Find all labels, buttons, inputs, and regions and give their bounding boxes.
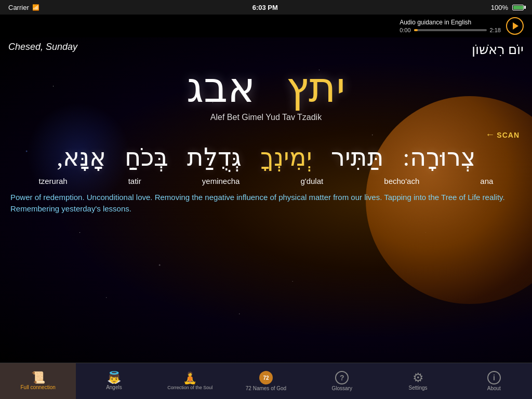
main-hebrew-name[interactable]: יתץ אבג bbox=[8, 65, 524, 111]
audio-title: Audio guidance in English bbox=[400, 19, 471, 26]
status-left: Carrier 📶 bbox=[8, 4, 39, 11]
tzerurah-word: צְרוּרָה: bbox=[403, 143, 475, 171]
nav-about-label: About bbox=[487, 385, 501, 391]
audio-progress: 0:00 2:18 bbox=[400, 27, 501, 33]
transliteration-label: Alef Bet Gimel Yud Tav Tzadik bbox=[8, 113, 524, 122]
time-label: 6:03 PM bbox=[252, 4, 278, 11]
chesed-label: Chesed, Sunday bbox=[8, 42, 77, 52]
nav-glossary-label: Glossary bbox=[332, 385, 352, 391]
settings-icon: ⚙ bbox=[413, 371, 424, 384]
ana-bekoach-line[interactable]: צְרוּרָה: תַּתִּיר יְמִינְךָ גְּדֻלַּת ב… bbox=[8, 142, 524, 172]
hebrew-day-label: יוֹם רִאשׁוֹן bbox=[472, 42, 524, 58]
nav-angels[interactable]: 👼 Angels bbox=[76, 363, 152, 399]
correction-soul-icon: 🧘 bbox=[183, 373, 197, 384]
scan-arrow-icon: ← bbox=[485, 129, 495, 140]
nav-correction-soul[interactable]: 🧘 Correction of the Soul bbox=[152, 363, 228, 399]
nav-angels-label: Angels bbox=[106, 384, 122, 390]
word-tatir: tatir bbox=[128, 177, 141, 185]
app: Carrier 📶 6:03 PM 100% Audio guidance in… bbox=[0, 0, 532, 399]
word-ana: ana bbox=[480, 177, 493, 185]
time-current: 0:00 bbox=[400, 27, 410, 33]
status-bar: Carrier 📶 6:03 PM 100% bbox=[0, 0, 532, 15]
angels-icon: 👼 bbox=[107, 372, 121, 383]
72-names-icon: 72 bbox=[259, 371, 273, 384]
audio-info: Audio guidance in English 0:00 2:18 bbox=[400, 19, 501, 33]
scan-label: SCAN bbox=[497, 131, 520, 139]
progress-bar[interactable] bbox=[414, 29, 487, 31]
word-tzerurah: tzerurah bbox=[39, 177, 68, 185]
word-yeminecha: yeminecha bbox=[202, 177, 240, 185]
nav-correction-soul-label: Correction of the Soul bbox=[167, 385, 212, 390]
nav-full-connection[interactable]: 📜 Full connection bbox=[0, 363, 76, 399]
nav-full-connection-label: Full connection bbox=[21, 384, 56, 390]
time-total: 2:18 bbox=[490, 27, 501, 33]
play-triangle-icon bbox=[513, 22, 518, 30]
bottom-nav: 📜 Full connection 👼 Angels 🧘 Correction … bbox=[0, 363, 532, 399]
nav-settings[interactable]: ⚙ Settings bbox=[380, 363, 456, 399]
becho-word: בְּכֹחַ bbox=[125, 143, 168, 171]
gold-letter: יתץ bbox=[286, 65, 345, 111]
progress-bar-fill bbox=[414, 29, 418, 31]
full-connection-icon: 📜 bbox=[31, 372, 45, 383]
gdulat-word: גְּדֻלַּת bbox=[187, 143, 242, 171]
status-right: 100% bbox=[491, 4, 524, 11]
main-content: Chesed, Sunday יוֹם רִאשׁוֹן יתץ אבג Ale… bbox=[0, 37, 532, 363]
about-icon: i bbox=[487, 371, 501, 384]
nav-settings-label: Settings bbox=[408, 385, 427, 391]
word-gdulat: g'dulat bbox=[300, 177, 323, 185]
audio-bar: Audio guidance in English 0:00 2:18 bbox=[0, 15, 532, 37]
nav-72-names[interactable]: 72 72 Names of God bbox=[228, 363, 304, 399]
battery-fill bbox=[513, 6, 523, 9]
carrier-label: Carrier bbox=[8, 4, 29, 11]
ana-word: אָנָּא, bbox=[57, 143, 106, 171]
words-row: tzerurah tatir yeminecha g'dulat becho'a… bbox=[8, 177, 524, 185]
content-overlay: Chesed, Sunday יוֹם רִאשׁוֹן יתץ אבג Ale… bbox=[0, 37, 532, 363]
yeminecha-word: יְמִינְךָ bbox=[260, 143, 312, 171]
nav-glossary[interactable]: ? Glossary bbox=[304, 363, 380, 399]
nav-72-names-label: 72 Names of God bbox=[246, 385, 286, 391]
nav-about[interactable]: i About bbox=[456, 363, 532, 399]
glossary-icon: ? bbox=[335, 371, 349, 384]
scan-container: ← SCAN bbox=[8, 129, 524, 140]
word-bechoach: becho'ach bbox=[384, 177, 419, 185]
white-letters: אבג bbox=[187, 65, 255, 111]
wifi-icon: 📶 bbox=[32, 4, 39, 11]
battery-icon bbox=[512, 5, 524, 10]
tatir-word: תַּתִּיר bbox=[331, 143, 384, 171]
description-text: Power of redemption. Unconditional love.… bbox=[8, 192, 524, 215]
play-button[interactable] bbox=[506, 17, 524, 35]
top-labels: Chesed, Sunday יוֹם רִאשׁוֹן bbox=[8, 42, 524, 58]
battery-percent: 100% bbox=[491, 4, 508, 11]
